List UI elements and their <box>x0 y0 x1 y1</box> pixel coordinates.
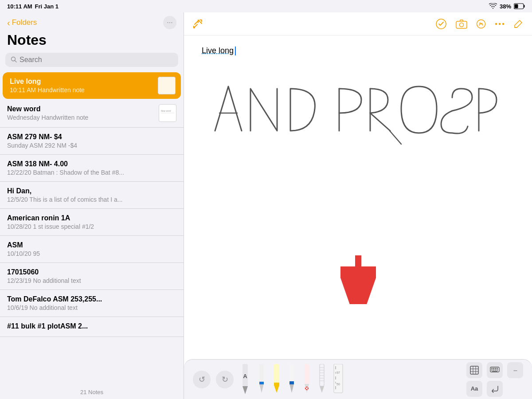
sidebar-more-button[interactable]: ··· <box>163 16 176 29</box>
svg-rect-46 <box>334 364 343 393</box>
svg-text:A: A <box>243 373 247 379</box>
svg-rect-2 <box>515 4 518 8</box>
camera-button[interactable] <box>456 19 467 29</box>
note-item-hi-dan[interactable]: Hi Dan, 12/5/20 This is a list of of com… <box>0 182 184 209</box>
note-item-tom-defalco[interactable]: Tom DeFalco ASM 253,255... 10/6/19 No ad… <box>0 290 184 317</box>
return-button[interactable] <box>487 381 503 397</box>
keyboard-button[interactable] <box>487 362 503 378</box>
svg-marker-31 <box>289 384 294 393</box>
toolbar-left <box>193 19 203 29</box>
svg-rect-54 <box>470 366 478 374</box>
svg-point-12 <box>460 23 464 27</box>
main-layout: ‹ Folders ··· Notes <box>0 12 532 399</box>
note-meta: 12/22/20 Batman : Shadow of the Bat #8..… <box>7 169 176 176</box>
note-meta: Wednesday Handwritten note <box>7 114 137 121</box>
svg-marker-45 <box>320 386 324 393</box>
svg-rect-62 <box>495 368 496 369</box>
handwriting-area <box>202 64 503 153</box>
svg-text:50: 50 <box>336 383 340 386</box>
svg-rect-38 <box>320 364 324 386</box>
svg-rect-24 <box>259 364 264 384</box>
right-tool-buttons: ··· Aa <box>466 362 523 397</box>
note-item-asm[interactable]: ASM 10/10/20 95 <box>0 236 184 263</box>
note-item-american-ronin[interactable]: American ronin 1A 10/28/20 1 st issue sp… <box>0 209 184 236</box>
content-toolbar <box>184 12 532 35</box>
more-button[interactable] <box>495 22 505 26</box>
ruler-icon: 97 50 <box>332 364 344 395</box>
markup-button[interactable] <box>476 19 486 29</box>
pencil-tool[interactable] <box>317 364 327 395</box>
dark-blue-pen-tool[interactable] <box>287 364 297 395</box>
note-item-live-long[interactable]: Live long 10:11 AM Handwritten note <box>3 72 181 99</box>
note-meta: 10:11 AM Handwritten note <box>10 86 174 94</box>
checklist-button[interactable] <box>435 18 447 30</box>
red-eraser-tool[interactable] <box>302 364 312 395</box>
svg-marker-20 <box>343 282 374 304</box>
note-title: Live long <box>10 78 174 86</box>
note-content: Live long <box>184 35 532 359</box>
drawing-toolbar: ↺ ↻ A <box>184 359 532 399</box>
toolbar-more-button[interactable]: ··· <box>507 362 523 378</box>
blue-pen-tool[interactable] <box>257 364 266 395</box>
sidebar-footer: 21 Notes <box>0 385 184 399</box>
svg-rect-26 <box>259 382 264 384</box>
folders-button[interactable]: ‹ Folders <box>7 18 37 28</box>
expand-button[interactable] <box>193 19 203 29</box>
note-item-new-word[interactable]: New word Wednesday Handwritten note New … <box>0 99 184 128</box>
undo-button[interactable]: ↺ <box>193 371 211 388</box>
return-icon <box>491 385 499 393</box>
folders-label: Folders <box>12 18 37 27</box>
search-container <box>0 53 184 72</box>
notes-list: Live long 10:11 AM Handwritten note New … <box>0 72 184 385</box>
ruler-tool[interactable]: 97 50 <box>332 364 344 395</box>
yellow-marker-icon <box>272 364 282 395</box>
camera-icon <box>456 19 467 29</box>
svg-marker-22 <box>243 386 248 394</box>
svg-point-15 <box>499 23 501 24</box>
svg-point-14 <box>495 23 497 24</box>
pen-a-tool[interactable]: A <box>239 364 251 395</box>
note-title-line: Live long <box>202 46 514 55</box>
redo-icon: ↻ <box>222 375 228 384</box>
text-cursor <box>235 47 236 55</box>
svg-rect-66 <box>495 369 496 370</box>
status-date: Fri Jan 1 <box>35 3 59 10</box>
note-meta: Sunday ASM 292 NM -$4 <box>7 142 176 149</box>
chevron-left-icon: ‹ <box>7 18 10 28</box>
more-dots-icon: ··· <box>167 19 172 27</box>
text-format-icon: Aa <box>471 385 478 392</box>
undo-icon: ↺ <box>199 375 205 384</box>
svg-text:97: 97 <box>336 371 340 374</box>
note-item-asm-279[interactable]: ASM 279 NM- $4 Sunday ASM 292 NM -$4 <box>0 128 184 155</box>
search-input[interactable] <box>20 56 173 64</box>
pencil-icon <box>317 364 327 395</box>
note-title: #11 bulk #1 plotASM 2... <box>7 322 176 330</box>
content-area: Live long <box>184 12 532 399</box>
compose-icon <box>513 19 523 29</box>
redo-button[interactable]: ↻ <box>216 371 234 388</box>
note-meta: 12/23/19 No additional text <box>7 277 176 284</box>
note-meta: 10/28/20 1 st issue special #1/2 <box>7 223 176 230</box>
note-item-17015060[interactable]: 17015060 12/23/19 No additional text <box>0 263 184 290</box>
svg-marker-25 <box>259 384 264 393</box>
note-title-text: Live long <box>202 46 234 55</box>
compose-button[interactable] <box>513 19 523 29</box>
yellow-marker-tool[interactable] <box>272 364 282 395</box>
notes-count: 21 Notes <box>80 389 103 395</box>
note-item-asm-318[interactable]: ASM 318 NM- 4.00 12/22/20 Batman : Shado… <box>0 155 184 182</box>
note-meta: 10/10/20 95 <box>7 250 176 257</box>
svg-rect-60 <box>491 368 493 369</box>
note-item-bulk[interactable]: #11 bulk #1 plotASM 2... <box>0 317 184 337</box>
svg-rect-63 <box>497 368 498 369</box>
search-box[interactable] <box>5 53 178 67</box>
text-format-button[interactable]: Aa <box>466 381 482 397</box>
note-title: 17015060 <box>7 268 176 276</box>
more-dots-icon <box>495 22 505 26</box>
svg-rect-27 <box>274 364 279 385</box>
status-bar: 10:11 AM Fri Jan 1 38% <box>0 0 532 12</box>
note-meta: 10/6/19 No additional text <box>7 304 176 311</box>
svg-marker-28 <box>274 385 279 393</box>
svg-rect-32 <box>289 381 294 384</box>
svg-rect-67 <box>497 369 498 370</box>
table-button[interactable] <box>466 362 482 378</box>
